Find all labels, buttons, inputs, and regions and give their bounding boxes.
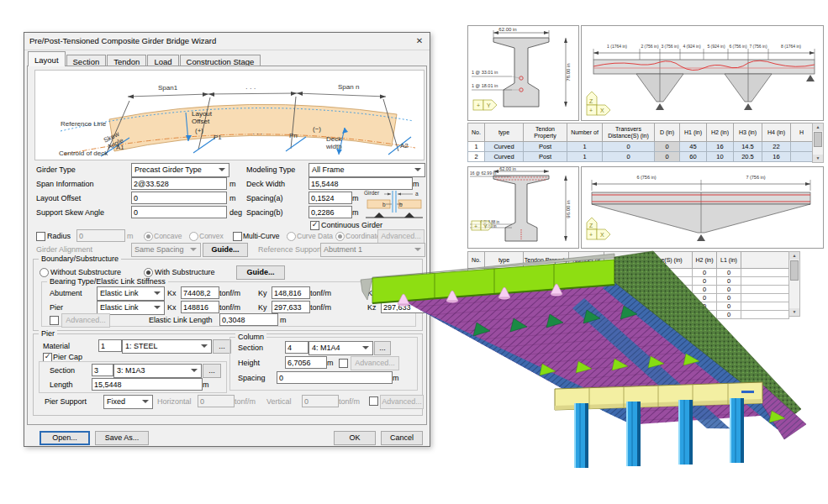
abutment-kx-unit: tonf/m xyxy=(219,289,240,297)
curve-data-radio[interactable] xyxy=(287,232,296,241)
tendon-profile-panel-2: 6 (756 in) 7 (756 in) Z + X xyxy=(581,166,824,249)
elastic-link-length-unit: m xyxy=(280,316,287,324)
axis-y: Y xyxy=(487,102,491,108)
curve-advanced-button[interactable]: Advanced... xyxy=(377,229,425,244)
table-row[interactable]: 1 Curved Post 1 0 0 45 16 14.5 22 xyxy=(468,142,813,152)
tendon-profile-panel-1: 1 (1764 in) 2 (756 in) 3 (756 in) 4 (924… xyxy=(581,25,824,121)
girder-alignment-label: Girder Alignment xyxy=(36,245,92,254)
t1-h-d: D (in) xyxy=(655,123,680,142)
tab-strip: LayoutSectionTendonLoadConstruction Stag… xyxy=(28,51,261,66)
material-browse-button[interactable]: ... xyxy=(213,339,231,354)
without-substructure-label: Without Substructure xyxy=(50,268,121,276)
screenshot-root: Pre/Post-Tensioned Composite Girder Brid… xyxy=(0,0,828,504)
scroll-up-icon[interactable]: ▲ xyxy=(813,123,823,131)
girder-alignment-combo[interactable]: Same Spacing xyxy=(131,243,201,257)
layout-offset-label: Layout Offset xyxy=(36,194,81,202)
multi-curve-checkbox[interactable] xyxy=(233,232,242,241)
spacing-a-unit: m xyxy=(352,194,359,202)
bridge-3d-model[interactable] xyxy=(324,248,828,491)
horizontal-label: Horizontal xyxy=(157,397,192,406)
section2-dim1: 16 @ 62.99 in xyxy=(470,171,496,176)
tab-layout[interactable]: Layout xyxy=(28,51,66,66)
open-button[interactable]: Open... xyxy=(40,431,90,445)
spacing-b-input[interactable] xyxy=(309,206,352,218)
axis-x: X xyxy=(600,108,604,113)
material-number-input[interactable] xyxy=(98,339,122,352)
spacing-b-label: Spacing(b) xyxy=(246,208,283,217)
modeling-type-combo[interactable]: All Frame xyxy=(309,163,425,177)
bearing-advanced-checkbox[interactable] xyxy=(50,316,59,325)
axis-plus: + xyxy=(589,108,593,113)
continuous-girder-checkbox[interactable]: ✓ xyxy=(310,221,319,230)
column-section-number[interactable] xyxy=(285,341,309,354)
convex-radio[interactable] xyxy=(189,232,198,241)
cap-section-browse[interactable]: ... xyxy=(203,364,221,378)
abutment-ky-input[interactable] xyxy=(272,286,310,299)
section2-side-dim: 96.00 in xyxy=(566,200,571,218)
cap-section-combo[interactable]: 3: M1A3 xyxy=(113,364,202,378)
deck-width-label: Deck Width xyxy=(246,180,285,188)
elastic-link-length-input[interactable] xyxy=(219,313,278,326)
column-group-title: Column xyxy=(235,333,266,341)
axis-plus: + xyxy=(477,102,480,108)
dialog-title: Pre/Post-Tensioned Composite Girder Brid… xyxy=(29,36,216,45)
table1-scrollbar[interactable]: ▲ ▼ xyxy=(812,123,824,163)
material-combo[interactable]: 1: STEEL xyxy=(122,339,212,354)
dialog-titlebar[interactable]: Pre/Post-Tensioned Composite Girder Brid… xyxy=(24,33,430,50)
multi-curve-label: Multi-Curve xyxy=(243,232,279,240)
t1-h-h3: H3 (in) xyxy=(734,123,762,142)
abutment-kx-label: Kx xyxy=(167,289,177,297)
diagram-reference-line-label: Reference Line xyxy=(61,120,107,128)
substructure-guide-button[interactable]: Guide... xyxy=(236,265,285,280)
girder-section-panel-1: 62.00 in 78.00 in 1 @ 33.01 in 1 @ 18.01… xyxy=(467,25,579,121)
axis-z: Z xyxy=(589,223,593,228)
scroll-down-icon[interactable]: ▼ xyxy=(813,155,823,162)
t1-h-tendon-property: Tendon Property xyxy=(524,123,567,142)
mini-b1-label: b xyxy=(382,202,386,207)
radius-input[interactable] xyxy=(76,229,125,242)
with-substructure-radio[interactable] xyxy=(144,268,153,277)
abutment-bearing-combo[interactable]: Elastic Link xyxy=(97,286,165,301)
t1-h-number-of: Number of xyxy=(567,123,603,142)
save-as-button[interactable]: Save As... xyxy=(95,431,149,445)
cap-length-label: Length xyxy=(50,381,73,389)
radius-checkbox[interactable] xyxy=(36,232,45,241)
coordinate-data-radio[interactable] xyxy=(335,232,345,241)
column-spacing-label: Spacing xyxy=(238,374,266,382)
t1-h-cut: H xyxy=(791,123,813,142)
cap-length-input[interactable] xyxy=(92,378,203,391)
axis-y: Y xyxy=(483,223,488,229)
t1-h-transvers: Transvers Distance(S) (in) xyxy=(603,123,655,142)
girder-section-panel-2: 62.00 in 96.00 in 16 @ 62.99 in 4 @ 8.88… xyxy=(467,166,579,249)
bearing-advanced-button[interactable]: Advanced... xyxy=(61,313,110,328)
pier-kx-label: Kx xyxy=(167,303,177,312)
layout-offset-input[interactable] xyxy=(131,192,227,204)
support-skew-input[interactable] xyxy=(131,206,227,218)
axis-x: X xyxy=(600,232,604,238)
concave-radio[interactable] xyxy=(144,232,153,241)
span-info-input[interactable] xyxy=(131,177,227,190)
pier-kx-input[interactable] xyxy=(181,301,219,313)
pier-ky-input[interactable] xyxy=(272,301,310,313)
spacing-a-input[interactable] xyxy=(309,192,352,204)
column-height-label: Height xyxy=(238,359,260,367)
table-row[interactable]: 2 Curved Post 1 0 0 60 10 20.5 16 xyxy=(468,152,813,162)
close-icon[interactable]: ✕ xyxy=(413,34,426,47)
tendon-table-1[interactable]: No. type Tendon Property Number of Trans… xyxy=(467,123,813,162)
continuous-girder-label: Continuous Girder xyxy=(321,221,382,229)
elastic-link-length-label: Elastic Link Length xyxy=(149,316,213,324)
girder-type-combo[interactable]: Precast Girder Type xyxy=(131,163,229,177)
abutment-kx-input[interactable] xyxy=(181,286,219,299)
cap-section-number[interactable] xyxy=(92,364,113,376)
diagram-layout-offset-2: Offset xyxy=(192,118,210,125)
horizontal-input[interactable] xyxy=(198,395,235,407)
scrollbar-thumb[interactable] xyxy=(814,132,822,147)
spacing-a-label: Spacing(a) xyxy=(246,194,283,202)
pier-support-combo[interactable]: Fixed xyxy=(103,395,153,409)
alignment-guide-button[interactable]: Guide... xyxy=(203,243,248,257)
axis-plus: + xyxy=(589,232,593,238)
boundary-group-title: Boundary/Substructure xyxy=(39,255,121,263)
column-height-input[interactable] xyxy=(285,356,327,369)
t1-h-h1: H1 (in) xyxy=(680,123,707,142)
without-substructure-radio[interactable] xyxy=(40,268,49,277)
